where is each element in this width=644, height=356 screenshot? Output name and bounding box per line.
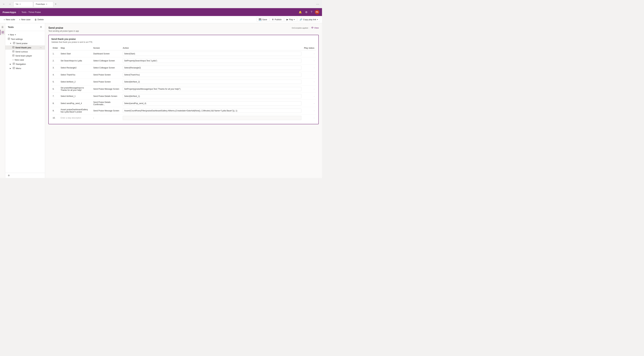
table-header-row: Order Step Screen Action Play status [51,46,316,50]
sidebar-test-settings[interactable]: Test settings [5,37,45,41]
row-action[interactable] [122,85,303,93]
table-row: 10.Enter a step description-- [51,114,316,121]
action-input[interactable] [123,116,302,120]
avatar[interactable]: PA [315,10,320,14]
row-step: Select btnNext_2 [59,78,92,85]
tab-1[interactable]: Tab ✕ [14,1,33,7]
sidebar-group-navigation[interactable]: ▶ Navigation [5,62,45,66]
row-play-status: - [303,50,316,57]
row-screen: - [92,114,122,121]
new-suite-button[interactable]: + New suite [2,17,17,22]
row-action[interactable] [122,107,303,114]
view-icon [311,26,314,29]
tab-1-close[interactable]: ✕ [20,3,21,5]
gear-icon[interactable]: ⚙ [304,10,308,14]
action-input[interactable] [123,59,302,63]
col-header-order: Order [51,46,59,50]
table-row: 7.Select btnNext_1Send Praise Details Sc… [51,93,316,100]
action-input[interactable] [123,109,302,113]
row-play-status: - [303,114,316,121]
trash-icon: 🗑 [34,18,37,21]
row-action[interactable] [122,93,303,100]
publish-button[interactable]: ⬆ Publish [270,17,284,22]
svg-point-32 [312,27,313,28]
forward-button[interactable]: → [8,2,12,6]
table-row: 4.Select ThankYouSend Praise Screen- [51,71,316,78]
case-icon-team-player [12,54,14,57]
content-area: Send praise Test sending all praise type… [45,23,322,178]
sidebar-title: Tests [8,26,40,28]
col-header-action: Action [122,46,303,50]
tab-bar: Tab ✕ PowerApps ✕ + [14,0,314,8]
sidebar-close-button[interactable]: ✕ [40,25,42,29]
row-step: Assert praiseDashboardGallery has Lydia … [59,107,92,114]
row-action[interactable] [122,64,303,71]
action-input[interactable] [123,94,302,98]
sidebar-new-button[interactable]: + New ▾ [5,32,45,37]
save-button[interactable]: 💾 Save [256,17,269,22]
more-options-button[interactable]: ··· [39,46,42,49]
copy-play-link-button[interactable]: 🔗 Copy play link ▾ [298,17,320,22]
help-icon[interactable]: ? [310,10,313,14]
plus-icon: + [4,18,5,21]
row-play-status: - [303,71,316,78]
row-action[interactable] [122,50,303,57]
browser-menu-button[interactable]: ⋯ [315,2,320,6]
col-header-screen: Screen [92,46,122,50]
chevron-down-icon: ▼ [10,42,12,44]
sidebar-group-send-praise[interactable]: ▼ Send praise [5,41,45,45]
sidebar-item-send-team-player[interactable]: Send team player [5,54,45,58]
row-action[interactable] [122,57,303,64]
sidebar-settings-item[interactable]: ⚙ [5,173,45,178]
action-input[interactable] [123,87,302,91]
row-order: 4. [51,71,59,78]
row-action[interactable] [122,100,303,107]
row-screen: Select Colleague Screen [92,64,122,71]
row-screen: Send Praise Details Screen [92,93,122,100]
row-step: Select btnNext_1 [59,93,92,100]
action-input[interactable] [123,101,302,105]
powerapps-logo: PowerApps [2,11,19,13]
play-chevron-icon: ▾ [294,19,295,20]
sidebar-item-send-thank-you[interactable]: Send thank you ··· [5,45,45,50]
view-button[interactable]: View [311,26,319,29]
delete-button[interactable]: 🗑 Delete [33,17,46,22]
new-tab-button[interactable]: + [54,2,57,5]
row-action[interactable] [122,71,303,78]
steps-table-body: 1.Select StartDashboard Screen-2.Set Sea… [51,50,316,121]
chevron-right-icon-2: ▶ [10,67,11,69]
back-button[interactable]: ← [2,2,6,6]
action-input[interactable] [123,73,302,77]
tab-2-close[interactable]: ✕ [46,3,47,5]
table-row: 5.Select btnNext_2Send Praise Screen- [51,78,316,85]
tab-2[interactable]: PowerApps ✕ [34,1,53,7]
action-input[interactable] [123,52,302,56]
new-case-button[interactable]: + New case [17,17,32,22]
row-order: 6. [51,85,59,93]
add-case-icon: + [12,59,14,61]
group-label-menu: Menu [16,67,21,69]
sidebar-item-send-curious[interactable]: Send curious [5,50,45,54]
row-screen: Send Praise Message Screen [92,85,122,93]
sidebar-item-new-case[interactable]: + New case [5,58,45,62]
sidebar-test-icon[interactable] [0,30,5,35]
play-button[interactable]: ▶ Play ▾ [284,17,297,22]
test-card-title: Send thank you praise [51,38,316,40]
sidebar-hamburger-icon[interactable]: ☰ [0,24,5,30]
row-order: 1. [51,50,59,57]
group-label-send-praise: Send praise [16,42,28,44]
row-order: 2. [51,57,59,64]
sidebar-group-menu[interactable]: ▶ Menu [5,66,45,70]
table-row: 8.Select sendPop_send_4Send Praise Detai… [51,100,316,107]
content-title: Send praise [48,26,79,29]
row-step: Select ThankYou [59,71,92,78]
row-step: Enter a step description [59,114,92,121]
bell-icon[interactable]: 🔔 [298,10,302,14]
sidebar-label-new-case: New case [15,59,24,61]
sidebar-label-send-curious: Send curious [15,50,28,53]
action-input[interactable] [123,66,302,70]
on-complete-badge: OnComplete applied [292,27,310,29]
row-action[interactable] [122,114,303,121]
action-input[interactable] [123,80,302,84]
row-action[interactable] [122,78,303,85]
